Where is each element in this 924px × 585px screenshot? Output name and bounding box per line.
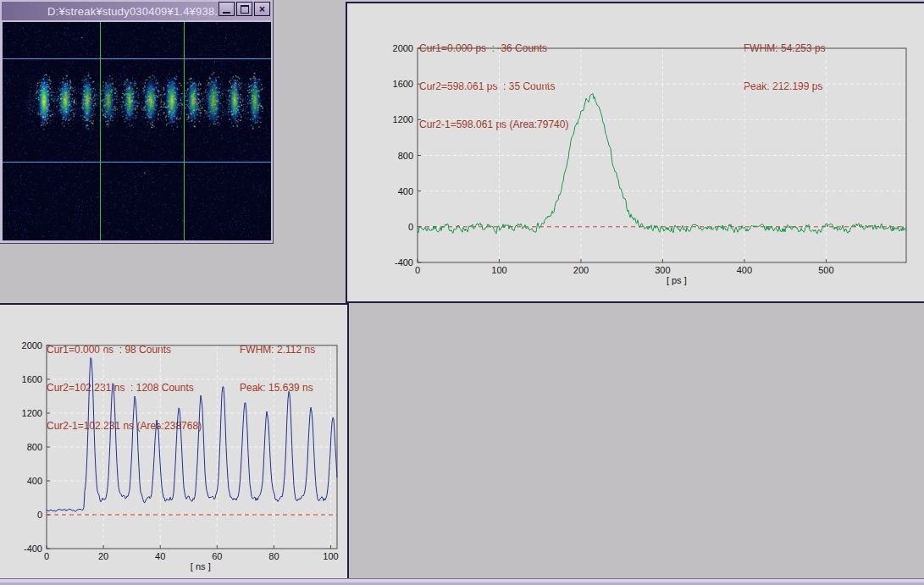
x-tick-label: 200: [573, 265, 589, 275]
close-button[interactable]: ×: [254, 2, 270, 16]
y-tick-label: 2000: [393, 43, 413, 53]
y-tick-label: 2000: [22, 340, 42, 350]
minimize-button[interactable]: [219, 2, 235, 16]
streak-image-window: D:¥streak¥study030409¥1.4¥938. ×: [0, 0, 274, 244]
x-tick-label: 20: [98, 551, 108, 561]
window-controls: ×: [219, 2, 270, 16]
y-tick-label: 400: [398, 186, 413, 196]
y-tick-label: 1600: [393, 79, 413, 89]
maximize-icon: [241, 5, 249, 14]
window-title: D:¥streak¥study030409¥1.4¥938.: [2, 5, 218, 18]
x-tick-label: 0: [415, 265, 420, 275]
x-tick-label: 500: [818, 265, 833, 275]
y-tick-label: -400: [395, 257, 413, 268]
ps-profile-plot[interactable]: 01002003004005002000160012008004000-400[…: [347, 3, 922, 301]
y-tick-label: 0: [408, 222, 413, 232]
panel-top-accent: [346, 0, 924, 1]
profile-panel-ps: Cur1=0.000 ps : -36 Counts Cur2=598.061 …: [346, 2, 924, 303]
x-tick-label: 40: [155, 551, 165, 561]
x-tick-label: 80: [268, 551, 279, 561]
y-tick-label: 800: [398, 151, 413, 161]
x-tick-label: 400: [737, 265, 752, 275]
y-tick-label: 1600: [22, 374, 42, 384]
minimize-icon: [223, 12, 230, 14]
desktop: Cur1=0.000 ps : -36 Counts Cur2=598.061 …: [0, 0, 924, 585]
y-tick-label: 400: [27, 476, 42, 486]
close-icon: ×: [259, 4, 265, 14]
y-tick-label: -400: [24, 544, 42, 554]
profile-panel-ns: Cur1=0.000 ns : 98 Counts Cur2=102.231 n…: [0, 303, 349, 579]
y-tick-label: 0: [37, 510, 42, 520]
x-axis-unit-label: [ ns ]: [191, 561, 211, 571]
streak-camera-image[interactable]: [3, 22, 271, 240]
profile-trace: [418, 94, 906, 235]
x-tick-label: 300: [655, 265, 670, 275]
ns-profile-plot[interactable]: 0204060801002000160012008004000-400[ ns …: [0, 305, 347, 579]
x-tick-label: 100: [323, 551, 338, 561]
maximize-button[interactable]: [236, 2, 252, 16]
x-axis-unit-label: [ ps ]: [667, 275, 687, 285]
y-tick-label: 1200: [22, 408, 42, 418]
x-tick-label: 100: [491, 265, 506, 275]
x-tick-label: 60: [212, 551, 222, 561]
profile-trace: [47, 358, 337, 512]
x-tick-label: 0: [44, 551, 49, 561]
y-tick-label: 800: [27, 442, 42, 452]
y-tick-label: 1200: [393, 114, 413, 124]
bottom-window-edge: [0, 578, 924, 585]
